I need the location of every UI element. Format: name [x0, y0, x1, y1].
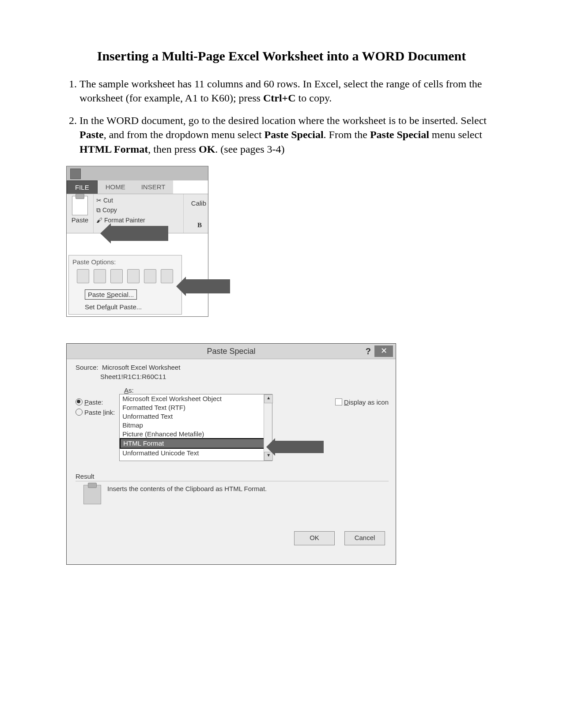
as-label: As:: [124, 387, 389, 394]
source-reference: Sheet1!R1C1:R60C11: [100, 373, 389, 380]
ok-button[interactable]: OK: [294, 531, 335, 545]
list-item[interactable]: Formatted Text (RTF): [120, 403, 272, 412]
scissors-icon: ✂: [96, 197, 102, 204]
paste-option-icon[interactable]: [94, 269, 106, 283]
close-button[interactable]: ✕: [374, 345, 393, 357]
copy-icon: ⧉: [96, 206, 101, 214]
word-ribbon-figure: FILE HOME INSERT Paste ✂ Cut ⧉ Copy 🖌: [66, 166, 208, 317]
paste-special-menu-item[interactable]: Paste Special...: [85, 289, 137, 300]
step-2: In the WORD document, go to the desired …: [79, 113, 501, 156]
tab-home[interactable]: HOME: [98, 180, 133, 194]
paste-option-icon[interactable]: [127, 269, 140, 283]
list-item[interactable]: Microsoft Excel Worksheet Object: [120, 394, 272, 403]
paste-button[interactable]: Paste: [67, 194, 94, 233]
word-titlebar: [67, 166, 208, 180]
paste-option-icon[interactable]: [77, 269, 89, 283]
brush-icon: 🖌: [96, 217, 102, 224]
callout-arrow-icon: [186, 279, 230, 293]
format-painter-command[interactable]: 🖌 Format Painter: [96, 217, 181, 224]
paste-special-dialog: Paste Special ? ✕ Source: Microsoft Exce…: [66, 343, 396, 565]
result-text: Inserts the contents of the Clipboard as…: [107, 485, 267, 492]
source-label: Source: Microsoft Excel Worksheet: [76, 364, 389, 371]
paste-icon: [72, 196, 88, 215]
tab-insert[interactable]: INSERT: [133, 180, 174, 194]
copy-command[interactable]: ⧉ Copy: [96, 206, 181, 214]
bold-button[interactable]: B: [197, 221, 202, 229]
paste-label: Paste: [67, 216, 93, 224]
radio-selected-icon: [76, 398, 83, 405]
paste-options-menu: Paste Options: Paste Special... Set Defa…: [68, 255, 182, 315]
help-button[interactable]: ?: [366, 344, 371, 359]
paste-option-icon[interactable]: [144, 269, 156, 283]
checkbox-icon: [335, 398, 342, 405]
scroll-up-icon[interactable]: ▲: [264, 394, 273, 403]
set-default-paste-menu-item[interactable]: Set Default Paste...: [69, 302, 181, 314]
list-item-selected[interactable]: HTML Format: [120, 438, 272, 449]
list-item[interactable]: Bitmap: [120, 421, 272, 430]
font-name[interactable]: Calib: [191, 199, 206, 207]
list-item[interactable]: Unformatted Unicode Text: [120, 449, 272, 458]
cancel-button[interactable]: Cancel: [344, 531, 385, 545]
callout-arrow-icon: [111, 226, 168, 241]
paste-option-icon[interactable]: [161, 269, 173, 283]
instruction-list: The sample worksheet has 11 columns and …: [62, 77, 501, 156]
callout-arrow-icon: [275, 441, 324, 453]
step-1: The sample worksheet has 11 columns and …: [79, 77, 501, 105]
page-title: Inserting a Multi-Page Excel Worksheet i…: [62, 49, 501, 64]
tab-file[interactable]: FILE: [67, 180, 98, 194]
cut-command[interactable]: ✂ Cut: [96, 197, 181, 204]
paste-options-header: Paste Options:: [69, 255, 181, 268]
format-listbox[interactable]: Microsoft Excel Worksheet Object Formatt…: [119, 394, 272, 461]
display-as-icon-checkbox[interactable]: Display as icon: [335, 398, 389, 406]
dialog-titlebar: Paste Special ? ✕: [67, 344, 396, 359]
paste-link-radio[interactable]: Paste link:: [76, 409, 115, 416]
list-item[interactable]: Unformatted Text: [120, 412, 272, 421]
radio-icon: [76, 409, 83, 416]
word-app-icon: [70, 169, 81, 179]
paste-radio[interactable]: Paste:: [76, 398, 115, 406]
result-label: Result: [76, 473, 389, 480]
paste-option-icon[interactable]: [110, 269, 123, 283]
clipboard-icon: [83, 485, 101, 504]
list-item[interactable]: Picture (Enhanced Metafile): [120, 430, 272, 439]
